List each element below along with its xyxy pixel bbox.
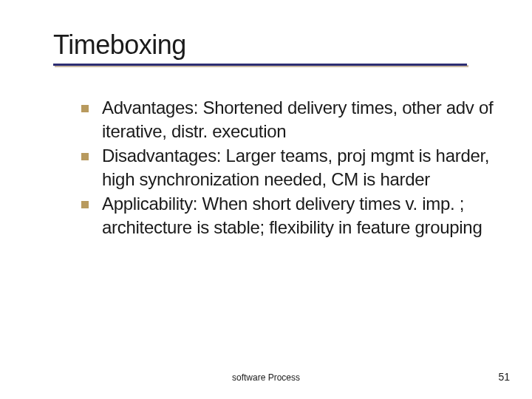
- title-area: Timeboxing: [59, 30, 495, 74]
- square-bullet-icon: [81, 153, 89, 160]
- slide: Timeboxing Advantages: Shortened deliver…: [0, 0, 532, 399]
- square-bullet-icon: [81, 201, 89, 208]
- content-area: Advantages: Shortened delivery times, ot…: [59, 89, 495, 239]
- page-number: 51: [498, 371, 510, 383]
- bullet-text: Applicability: When short delivery times…: [102, 192, 495, 240]
- slide-title: Timeboxing: [53, 30, 495, 61]
- footer-text: software Process: [0, 372, 532, 383]
- bullet-text: Disadvantages: Larger teams, proj mgmt i…: [102, 144, 495, 192]
- list-item: Advantages: Shortened delivery times, ot…: [81, 96, 495, 144]
- bullet-text: Advantages: Shortened delivery times, ot…: [102, 96, 495, 144]
- list-item: Disadvantages: Larger teams, proj mgmt i…: [81, 144, 495, 192]
- title-underline: [53, 64, 495, 68]
- square-bullet-icon: [81, 105, 89, 112]
- list-item: Applicability: When short delivery times…: [81, 192, 495, 240]
